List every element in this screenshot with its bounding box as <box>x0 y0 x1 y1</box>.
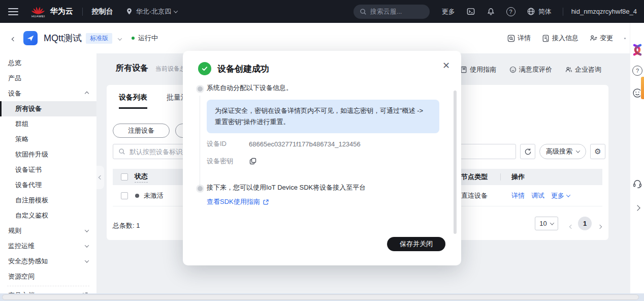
copy-icon <box>249 157 257 165</box>
security-notice: 为保证安全，密钥在设备详情页内不可见，如遗忘密钥，可通过"概述 -> 重置密钥"… <box>207 100 439 133</box>
op-debug[interactable]: 调试 <box>531 191 544 200</box>
sidebar-item-products[interactable]: 产品 <box>0 71 96 86</box>
cloud-search[interactable] <box>353 5 430 19</box>
question-icon: ? <box>632 66 642 76</box>
modal-header: 设备创建成功 <box>198 62 269 75</box>
sidebar-group-rules[interactable]: 规则 <box>0 223 96 238</box>
sdk-guide-link[interactable]: 查看SDK使用指南 <box>207 197 269 206</box>
smiley-icon <box>509 66 517 73</box>
rail-help-button[interactable]: ? <box>630 66 644 76</box>
step2-bullet <box>198 186 203 191</box>
instance-switcher[interactable] <box>118 34 121 43</box>
search-icon <box>360 8 367 15</box>
huawei-logo[interactable]: HUAWEI <box>31 5 45 18</box>
modal-scrollbar[interactable] <box>454 91 457 234</box>
change-label: 变更 <box>600 34 613 43</box>
detail-action[interactable]: 详情 <box>507 34 531 43</box>
copy-secret-button[interactable] <box>249 157 257 165</box>
instance-actions: 详情 接入信息 变更 <box>507 34 626 43</box>
sidebar-item-all-devices[interactable]: 所有设备 <box>0 101 96 116</box>
back-button[interactable] <box>10 32 17 45</box>
assistant-ribbon-icon[interactable] <box>630 43 644 56</box>
col-node-type: 节点类型 <box>461 172 488 182</box>
iotda-app-icon <box>23 31 38 45</box>
help-button[interactable]: ? <box>506 7 516 16</box>
save-and-close-button[interactable]: 保存并关闭 <box>387 237 445 251</box>
floating-assistant-peek[interactable] <box>640 76 644 100</box>
change-action[interactable]: 变更 <box>590 34 613 43</box>
enterprise-consult-link[interactable]: 企业咨询 <box>565 65 601 74</box>
chevron-down-icon <box>566 193 570 197</box>
refresh-button[interactable] <box>520 144 535 159</box>
tab-device-list[interactable]: 设备列表 <box>119 93 147 109</box>
sidebar-item-overview[interactable]: 总览 <box>0 55 96 71</box>
next-page-button[interactable] <box>598 221 601 230</box>
sidebar-item-self-registration-template[interactable]: 自注册模板 <box>0 193 96 208</box>
enterprise-consult-label: 企业咨询 <box>575 65 601 74</box>
sidebar-item-firmware-upgrade[interactable]: 软固件升级 <box>0 147 96 162</box>
rail-expand-button[interactable] <box>630 206 644 210</box>
instance-status: 运行中 <box>138 34 158 43</box>
sidebar-item-device-proxy[interactable]: 设备代理 <box>0 177 96 193</box>
language-selector[interactable]: 简体 <box>527 7 552 16</box>
brand-name[interactable]: 华为云 <box>50 7 73 16</box>
table-settings-button[interactable]: ⚙ <box>590 144 605 159</box>
account-menu[interactable]: hid_nmzqzrcyhwf8e_4 <box>571 8 637 15</box>
close-icon[interactable]: ✕ <box>442 60 450 71</box>
search-input[interactable] <box>370 8 421 15</box>
col-operation: 操作 <box>511 172 525 182</box>
row-operations: 详情 调试 更多 <box>511 191 570 200</box>
inactive-status-dot <box>135 194 139 198</box>
satisfaction-link[interactable]: 满意度评价 <box>509 65 552 74</box>
row-checkbox[interactable] <box>121 192 128 199</box>
op-detail[interactable]: 详情 <box>511 191 525 200</box>
select-all-checkbox[interactable] <box>121 173 128 180</box>
sidebar-divider <box>7 286 89 286</box>
sidebar-item-custom-auth[interactable]: 自定义鉴权 <box>0 208 96 223</box>
chevron-down-icon <box>550 221 554 225</box>
page-size-select[interactable]: 10 <box>535 217 558 230</box>
region-selector[interactable]: 华北-北京四 <box>125 7 177 16</box>
horizontal-scrollbar-thumb[interactable] <box>2 294 639 300</box>
sidebar-item-resource-space[interactable]: 资源空间 <box>0 269 96 284</box>
sidebar-collapse-handle[interactable] <box>96 166 104 189</box>
people-icon <box>565 66 572 73</box>
console-link[interactable]: 控制台 <box>92 7 113 16</box>
region-label: 华北-北京四 <box>136 7 171 16</box>
chevron-left-icon <box>98 175 102 179</box>
cli-button[interactable] <box>466 7 475 16</box>
advanced-search-button[interactable]: 高级搜索 <box>539 144 586 159</box>
row-status: 未激活 <box>144 191 164 200</box>
sidebar-item-policies[interactable]: 策略 <box>0 132 96 147</box>
edition-badge: 标准版 <box>86 33 112 44</box>
divider <box>82 8 83 16</box>
page-size-value: 10 <box>539 220 546 227</box>
total-count: 总条数: 1 <box>113 221 140 230</box>
sidebar-group-security-awareness[interactable]: 安全态势感知 <box>0 254 96 269</box>
advanced-search-label: 高级搜索 <box>546 147 572 156</box>
sidebar-item-device-certificates[interactable]: 设备证书 <box>0 162 96 177</box>
headset-icon <box>632 178 642 189</box>
more-menu[interactable]: 更多 <box>442 7 455 16</box>
hamburger-menu-icon[interactable] <box>8 8 18 15</box>
chevron-down-icon <box>85 243 89 247</box>
notifications-button[interactable] <box>487 7 495 16</box>
register-device-button[interactable]: 注册设备 <box>113 124 170 138</box>
current-page[interactable]: 1 <box>578 217 592 230</box>
more-actions-dot[interactable] <box>624 38 626 39</box>
detail-magnifier-icon <box>507 35 515 42</box>
detail-label: 详情 <box>518 34 531 43</box>
access-info-action[interactable]: 接入信息 <box>542 34 578 43</box>
prev-page-button[interactable] <box>570 221 573 230</box>
usage-guide-link[interactable]: 使用指南 <box>460 65 496 74</box>
chevron-down-icon <box>85 258 89 262</box>
rail-support-button[interactable] <box>630 178 644 189</box>
op-more[interactable]: 更多 <box>551 191 570 200</box>
sidebar-group-devices[interactable]: 设备 <box>0 86 96 101</box>
instance-title: MQtt测试 <box>44 32 82 44</box>
sidebar-item-groups[interactable]: 群组 <box>0 116 96 132</box>
sidebar-group-monitoring[interactable]: 监控运维 <box>0 238 96 254</box>
usage-guide-label: 使用指南 <box>470 65 496 74</box>
device-id-label: 设备ID <box>207 139 249 148</box>
chevron-down-icon <box>85 228 89 232</box>
